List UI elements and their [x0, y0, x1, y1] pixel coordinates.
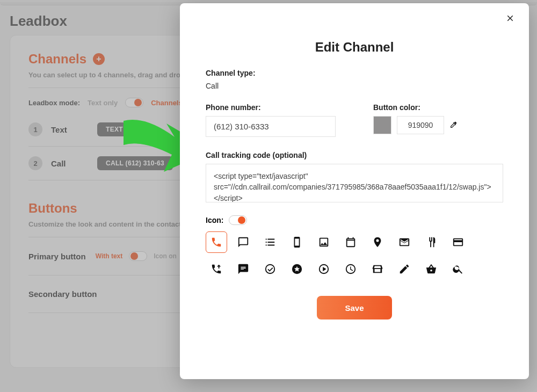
- location-pin-icon: [372, 236, 383, 248]
- chat-bubble-icon: [237, 236, 249, 248]
- icon-option-mail-icon[interactable]: [394, 231, 415, 253]
- icon-option-shopping-basket-icon[interactable]: [420, 258, 442, 280]
- icon-option-chat-bubble-icon[interactable]: [233, 231, 254, 253]
- image-icon: [318, 236, 330, 248]
- icon-option-task-check-icon[interactable]: [259, 258, 281, 280]
- modal-title: Edit Channel: [206, 40, 503, 55]
- close-icon: [505, 13, 515, 23]
- eyedropper-icon[interactable]: [449, 120, 458, 130]
- icon-option-search-icon[interactable]: [447, 258, 469, 280]
- icon-option-image-icon[interactable]: [313, 231, 335, 253]
- icon-option-pencil-icon[interactable]: [394, 258, 415, 280]
- icon-option-phone-icon[interactable]: [206, 231, 227, 253]
- icon-option-phone-callback-icon[interactable]: [206, 258, 227, 280]
- edit-channel-modal: Edit Channel Channel type: Call Phone nu…: [180, 3, 529, 379]
- tracking-code-input[interactable]: [206, 164, 503, 202]
- icon-toggle[interactable]: [229, 215, 247, 225]
- checklist-icon: [264, 236, 276, 248]
- restaurant-icon: [425, 236, 437, 248]
- icon-picker-grid: [206, 231, 503, 280]
- mail-icon: [398, 236, 410, 248]
- sms-icon: [237, 263, 249, 275]
- close-button[interactable]: [502, 12, 518, 27]
- icon-label-row: Icon:: [206, 215, 503, 225]
- icon-option-sms-icon[interactable]: [233, 258, 254, 280]
- color-swatch[interactable]: [373, 116, 391, 134]
- play-circle-icon: [318, 263, 330, 275]
- calendar-icon: [345, 236, 357, 248]
- credit-card-icon: [452, 236, 464, 248]
- button-color-label: Button color:: [373, 103, 503, 112]
- task-check-icon: [264, 263, 276, 275]
- channel-type-value: Call: [206, 82, 503, 90]
- storefront-icon: [372, 263, 383, 275]
- icon-option-calendar-icon[interactable]: [340, 231, 361, 253]
- icon-option-credit-card-icon[interactable]: [447, 231, 469, 253]
- icon-option-storefront-icon[interactable]: [367, 258, 388, 280]
- color-hex-input[interactable]: [397, 116, 444, 134]
- icon-option-restaurant-icon[interactable]: [420, 231, 442, 253]
- icon-option-smartphone-icon[interactable]: [286, 231, 308, 253]
- clock-icon: [345, 263, 357, 275]
- phone-icon: [211, 236, 222, 248]
- save-button[interactable]: Save: [317, 296, 392, 320]
- pencil-icon: [398, 263, 410, 275]
- icon-option-play-circle-icon[interactable]: [313, 258, 335, 280]
- channel-type-label: Channel type:: [206, 69, 503, 77]
- icon-option-location-pin-icon[interactable]: [367, 231, 388, 253]
- icon-label: Icon:: [206, 216, 223, 224]
- phone-number-label: Phone number:: [206, 103, 336, 112]
- icon-option-clock-icon[interactable]: [340, 258, 361, 280]
- search-icon: [452, 263, 464, 275]
- star-circle-icon: [291, 263, 303, 275]
- toggle-knob: [238, 216, 245, 224]
- tracking-code-label: Call tracking code (optional): [206, 151, 503, 159]
- phone-number-input[interactable]: [206, 116, 336, 137]
- icon-option-checklist-icon[interactable]: [259, 231, 281, 253]
- icon-option-star-circle-icon[interactable]: [286, 258, 308, 280]
- shopping-basket-icon: [425, 263, 437, 275]
- color-picker-row: [373, 116, 503, 134]
- phone-callback-icon: [211, 263, 222, 275]
- phone-and-color-row: Phone number: Button color:: [206, 103, 503, 137]
- smartphone-icon: [291, 236, 303, 248]
